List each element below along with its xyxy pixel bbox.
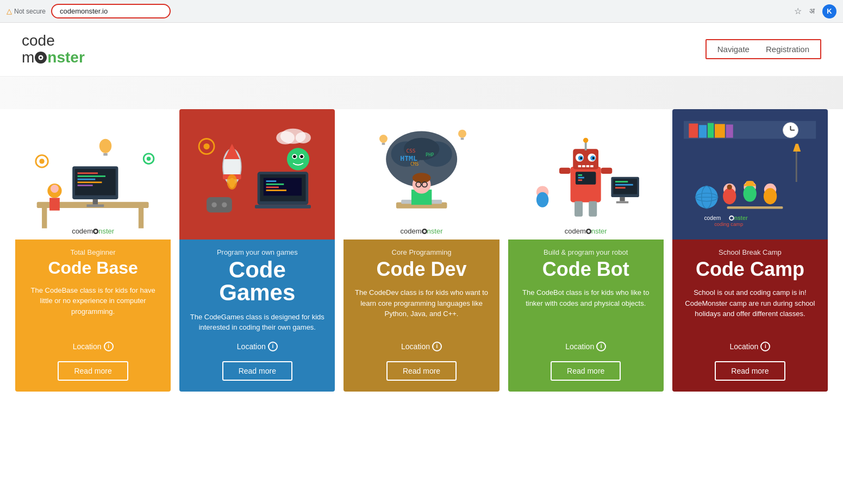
logo[interactable]: code m nster	[22, 33, 85, 66]
card-logo-4: codem nster	[565, 227, 607, 235]
card-code-games-description: The CodeGames class is designed for kids…	[189, 312, 325, 333]
svg-rect-86	[559, 167, 571, 173]
svg-rect-31	[266, 183, 284, 185]
svg-rect-98	[615, 187, 626, 188]
card-code-base-body: Total Beginner Code Base The CodeBase cl…	[15, 240, 171, 392]
not-secure-label: Not secure	[14, 8, 46, 15]
svg-rect-32	[266, 186, 278, 188]
navigate-link[interactable]: Navigate	[717, 45, 750, 54]
nav-area: Navigate Registration	[705, 39, 821, 59]
svg-rect-117	[727, 184, 732, 189]
card-code-base-title: Code Base	[25, 259, 161, 278]
svg-point-38	[300, 155, 303, 158]
browser-icons: ☆ अ K	[794, 4, 836, 18]
svg-rect-10	[78, 181, 102, 183]
svg-point-127	[730, 216, 733, 219]
translate-icon[interactable]: अ	[809, 7, 815, 16]
card-code-dev-subtitle: Core Programming	[353, 248, 489, 256]
read-more-button-1[interactable]: Read more	[58, 361, 128, 381]
card-code-base-image: codem nster	[15, 109, 171, 240]
svg-point-45	[276, 131, 295, 144]
svg-text:CSS: CSS	[406, 147, 415, 153]
page: code m nster Navigate Registration	[0, 23, 843, 408]
svg-rect-109	[796, 151, 797, 181]
card-code-camp-subtitle: School Break Camp	[682, 248, 818, 256]
svg-rect-78	[578, 165, 582, 167]
card-code-bot-location: Location i	[518, 342, 654, 351]
card-code-camp: codem nster coding camp School Break Cam…	[672, 109, 828, 392]
card-code-bot-subtitle: Build & program your robot	[518, 248, 654, 256]
svg-rect-121	[744, 184, 756, 186]
svg-rect-83	[578, 174, 582, 176]
svg-rect-88	[575, 201, 583, 216]
svg-rect-11	[78, 185, 93, 186]
svg-rect-85	[578, 179, 582, 181]
card-logo-1: codem nster	[72, 227, 114, 235]
svg-point-76	[592, 157, 595, 159]
card-code-games-subtitle: Program your own games	[189, 248, 325, 256]
svg-rect-96	[615, 181, 628, 182]
card-code-dev-title: Code Dev	[353, 259, 489, 280]
card-code-bot: codem nster Build & program your robot C…	[508, 109, 664, 392]
svg-text:coding camp: coding camp	[714, 222, 743, 227]
read-more-button-3[interactable]: Read more	[386, 361, 457, 381]
read-more-button-5[interactable]: Read more	[715, 361, 785, 381]
svg-rect-64	[382, 143, 385, 145]
svg-point-25	[229, 178, 235, 188]
svg-point-40	[203, 143, 209, 149]
svg-rect-6	[87, 204, 104, 207]
card-code-base-subtitle: Total Beginner	[25, 248, 161, 256]
card-code-games-title: CodeGames	[189, 259, 325, 304]
card-code-dev-location: Location i	[353, 342, 489, 351]
warning-icon: △	[7, 7, 12, 15]
card-code-dev-image: CSS HTML PHP CMS	[344, 109, 499, 240]
svg-rect-20	[104, 153, 108, 156]
svg-rect-104	[715, 124, 725, 137]
location-icon-5: i	[760, 342, 770, 351]
svg-point-34	[287, 148, 309, 170]
svg-point-59	[413, 173, 431, 183]
card-code-games: Program your own games CodeGames The Cod…	[179, 109, 335, 392]
svg-point-91	[536, 192, 548, 207]
site-header: code m nster Navigate Registration	[0, 23, 843, 77]
card-code-bot-image: codem nster	[508, 109, 664, 240]
read-more-button-2[interactable]: Read more	[222, 361, 292, 381]
card-code-camp-title: Code Camp	[682, 259, 818, 280]
svg-rect-8	[78, 175, 105, 177]
profile-icon[interactable]: K	[822, 4, 836, 18]
card-logo-3: codem nster	[401, 227, 443, 235]
card-code-dev: CSS HTML PHP CMS	[344, 109, 499, 392]
card-code-camp-image: codem nster coding camp	[672, 109, 828, 240]
read-more-button-4[interactable]: Read more	[551, 361, 621, 381]
svg-rect-84	[578, 177, 584, 178]
svg-rect-95	[616, 201, 628, 203]
svg-rect-102	[699, 125, 707, 137]
svg-rect-2	[139, 208, 143, 228]
card-code-base: codem nster Total Beginner Code Base The…	[15, 109, 171, 392]
svg-rect-80	[586, 165, 590, 167]
logo-code-text: code	[22, 33, 85, 49]
svg-rect-1	[42, 208, 47, 228]
svg-rect-79	[582, 165, 585, 167]
svg-rect-97	[615, 184, 633, 185]
url-bar[interactable]	[51, 4, 171, 18]
card-code-base-description: The CodeBase class is for kids for have …	[25, 285, 161, 333]
svg-text:CMS: CMS	[410, 161, 419, 167]
svg-point-14	[51, 185, 59, 193]
registration-link[interactable]: Registration	[766, 45, 809, 54]
star-icon[interactable]: ☆	[794, 6, 802, 16]
svg-point-65	[458, 129, 466, 137]
svg-rect-89	[589, 201, 597, 216]
svg-point-46	[295, 132, 310, 143]
card-code-bot-description: The CodeBot class is for kids who like t…	[518, 287, 654, 332]
card-code-games-image	[179, 109, 335, 240]
svg-text:nster: nster	[734, 215, 748, 221]
card-code-games-location: Location i	[189, 342, 325, 351]
svg-rect-103	[708, 123, 714, 137]
svg-point-116	[723, 188, 736, 204]
svg-point-42	[211, 202, 216, 207]
logo-eye-icon	[35, 52, 47, 64]
card-code-base-location: Location i	[25, 342, 161, 351]
svg-rect-101	[689, 123, 698, 137]
svg-point-123	[764, 188, 777, 204]
